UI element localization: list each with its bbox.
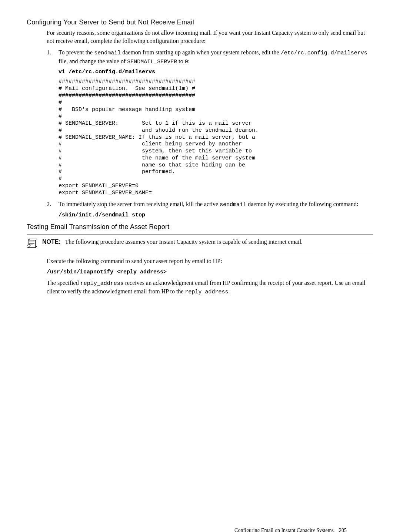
para2-code-b: reply_address — [185, 289, 229, 295]
section2-para1: Execute the following command to send yo… — [47, 257, 373, 265]
step1-code-a: sendmail — [94, 50, 121, 56]
step1-text: To prevent the sendmail daemon from star… — [59, 49, 367, 64]
footer-page-number: 205 — [339, 528, 347, 532]
step2-part-a: To immediately stop the server from rece… — [59, 201, 220, 207]
step-2: To immediately stop the server from rece… — [47, 200, 373, 219]
note-label: NOTE: — [42, 239, 61, 245]
section1-heading: Configuring Your Server to Send but Not … — [27, 18, 373, 27]
config-file-listing: ########################################… — [59, 79, 373, 197]
note-body: The following procedure assumes your Ins… — [65, 239, 303, 245]
para2-part-a: The specified — [47, 280, 80, 286]
section2-para2: The specified reply_address receives an … — [47, 279, 373, 296]
step2-code-a: sendmail — [220, 202, 246, 208]
step2-text: To immediately stop the server from rece… — [59, 201, 358, 207]
procedure-list: To prevent the sendmail daemon from star… — [47, 48, 373, 219]
step-1: To prevent the sendmail daemon from star… — [47, 48, 373, 196]
step1-part-a: To prevent the — [59, 49, 94, 55]
step2-part-b: daemon by executing the following comman… — [246, 201, 358, 207]
footer-title: Configuring Email on Instant Capacity Sy… — [234, 528, 334, 532]
note-icon — [27, 239, 37, 251]
section1-intro: For security reasons, some organizations… — [47, 29, 373, 45]
note-block: NOTE: The following procedure assumes yo… — [27, 235, 373, 255]
note-text-container: NOTE: The following procedure assumes yo… — [42, 238, 373, 251]
page-footer: Configuring Email on Instant Capacity Sy… — [234, 527, 347, 532]
step2-command: /sbin/init.d/sendmail stop — [59, 212, 373, 219]
para2-part-c: . — [229, 288, 230, 294]
section2-heading: Testing Email Transmission of the Asset … — [27, 222, 373, 231]
step1-code-d: 0 — [185, 59, 188, 65]
step1-code-b: /etc/rc.config.d/mailservs — [281, 50, 367, 56]
step1-part-d: to — [177, 58, 184, 64]
step1-part-c: file, and change the value of — [59, 58, 127, 64]
para2-code-a: reply_address — [80, 280, 124, 287]
step1-part-e: : — [188, 58, 190, 64]
step1-code-c: SENDMAIL_SERVER — [127, 59, 177, 65]
step1-command: vi /etc/rc.config.d/mailservs — [59, 69, 373, 76]
icapnotify-command: /usr/sbin/icapnotify <reply_address> — [47, 269, 373, 276]
step1-part-b: daemon from starting up again when your … — [121, 49, 280, 55]
